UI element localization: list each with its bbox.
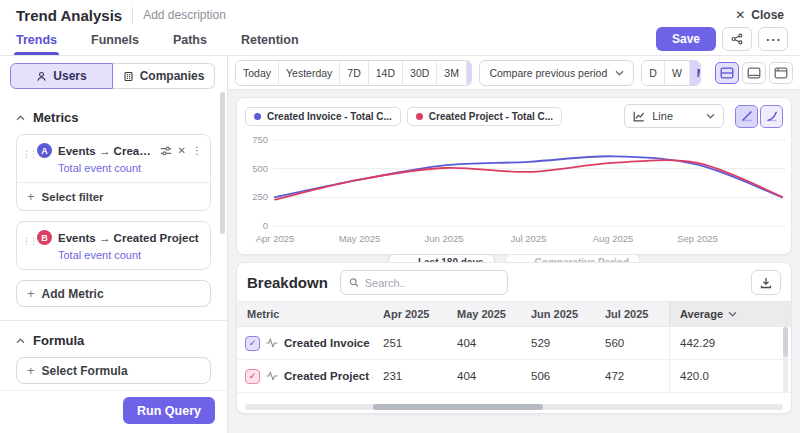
svg-text:Apr 2025: Apr 2025 bbox=[256, 233, 295, 244]
range-6m[interactable]: 6M bbox=[467, 61, 472, 85]
scrollbar-thumb[interactable] bbox=[783, 327, 788, 357]
top-header: Trend Analysis Add description ✕ Close bbox=[0, 0, 800, 30]
svg-text:Aug 2025: Aug 2025 bbox=[593, 233, 634, 244]
table-horizontal-scrollbar[interactable] bbox=[245, 404, 783, 410]
save-button[interactable]: Save bbox=[656, 27, 716, 51]
series-a-dot bbox=[254, 113, 261, 120]
layout-top-icon bbox=[774, 67, 788, 79]
range-3m[interactable]: 3M bbox=[437, 61, 467, 85]
run-query-button[interactable]: Run Query bbox=[123, 397, 215, 424]
more-options-button[interactable]: ⋯ bbox=[758, 27, 788, 51]
range-7d[interactable]: 7D bbox=[340, 61, 368, 85]
granularity-month[interactable]: M bbox=[690, 61, 701, 85]
chevron-up-icon bbox=[16, 338, 25, 344]
range-14d[interactable]: 14D bbox=[369, 61, 403, 85]
plus-icon: + bbox=[27, 363, 35, 378]
granularity-day[interactable]: D bbox=[642, 61, 665, 85]
layout-table-button[interactable] bbox=[769, 62, 793, 84]
cell-value: 472 bbox=[595, 370, 669, 382]
tab-paths[interactable]: Paths bbox=[173, 33, 207, 55]
chevron-down-icon bbox=[615, 70, 624, 76]
layout-split-button[interactable] bbox=[715, 62, 739, 84]
table-header-row: Metric Apr 2025 May 2025 Jun 2025 Jul 20… bbox=[237, 301, 791, 327]
range-30d[interactable]: 30D bbox=[403, 61, 437, 85]
metric-b-aggregation[interactable]: Total event count bbox=[58, 249, 210, 261]
linear-mode-button[interactable] bbox=[735, 105, 758, 128]
breakdown-table: Metric Apr 2025 May 2025 Jun 2025 Jul 20… bbox=[237, 301, 791, 393]
scrollbar-thumb[interactable] bbox=[373, 404, 543, 410]
scope-users-button[interactable]: Users bbox=[10, 63, 113, 89]
search-input[interactable] bbox=[365, 277, 499, 289]
search-icon bbox=[349, 277, 359, 288]
tab-funnels[interactable]: Funnels bbox=[91, 33, 139, 55]
breakdown-title: Breakdown bbox=[247, 274, 328, 291]
add-description[interactable]: Add description bbox=[143, 8, 226, 22]
cumulative-mode-button[interactable] bbox=[760, 105, 783, 128]
table-row[interactable]: ✓ Created Invoice - Total Count 251 404 … bbox=[237, 327, 791, 360]
col-jul[interactable]: Jul 2025 bbox=[595, 308, 669, 320]
svg-text:Sep 2025: Sep 2025 bbox=[677, 233, 718, 244]
range-today[interactable]: Today bbox=[236, 61, 279, 85]
body-row: Users Companies Metrics ⋮⋮ A Event bbox=[0, 56, 800, 433]
select-formula-button[interactable]: + Select Formula bbox=[16, 357, 211, 384]
share-icon bbox=[731, 33, 743, 45]
sidebar-scrollbar[interactable] bbox=[220, 92, 225, 234]
sidebar-footer: Run Query bbox=[0, 390, 227, 433]
share-button[interactable] bbox=[722, 27, 752, 51]
metric-a-label[interactable]: Events → Created Invoice bbox=[58, 145, 154, 157]
legend-chip-invoice[interactable]: Created Invoice - Total C... bbox=[245, 107, 401, 126]
cell-value: 529 bbox=[521, 337, 595, 349]
metric-a-actions: ✕ ⋮ bbox=[160, 145, 202, 156]
row-checkbox[interactable]: ✓ bbox=[245, 369, 260, 384]
close-button[interactable]: ✕ Close bbox=[735, 8, 784, 22]
metric-b-badge: B bbox=[37, 230, 52, 245]
tab-trends[interactable]: Trends bbox=[16, 33, 57, 55]
section-metrics[interactable]: Metrics bbox=[16, 110, 211, 125]
table-vertical-scrollbar[interactable] bbox=[783, 327, 788, 393]
drag-handle-icon[interactable]: ⋮⋮ bbox=[22, 238, 36, 245]
layout-chart-button[interactable] bbox=[742, 62, 766, 84]
metric-b-label[interactable]: Events → Created Project bbox=[58, 232, 202, 244]
chart-type-dropdown[interactable]: Line bbox=[624, 104, 724, 128]
date-toolbar: Today Yesterday 7D 14D 30D 3M 6M Compare… bbox=[228, 56, 800, 90]
chart-card: Created Invoice - Total C... Created Pro… bbox=[236, 97, 792, 255]
metric-card-b: ⋮⋮ B Events → Created Project Total even… bbox=[16, 221, 211, 270]
download-button[interactable] bbox=[751, 270, 781, 295]
plus-icon: + bbox=[27, 286, 35, 301]
granularity-week[interactable]: W bbox=[665, 61, 690, 85]
metric-a-row[interactable]: A Events → Created Invoice ✕ ⋮ bbox=[17, 135, 210, 160]
add-metric-button[interactable]: + Add Metric bbox=[16, 280, 211, 307]
metric-a-select-filter[interactable]: + Select filter bbox=[17, 182, 210, 210]
remove-metric-icon[interactable]: ✕ bbox=[178, 145, 186, 156]
row-checkbox[interactable]: ✓ bbox=[245, 336, 260, 351]
chart-header: Created Invoice - Total C... Created Pro… bbox=[245, 104, 783, 128]
legend-chip-project[interactable]: Created Project - Total C... bbox=[407, 107, 562, 126]
breakdown-search[interactable] bbox=[340, 270, 508, 295]
svg-text:0: 0 bbox=[263, 220, 268, 231]
chevron-up-icon bbox=[16, 115, 25, 121]
col-jun[interactable]: Jun 2025 bbox=[521, 308, 595, 320]
range-yesterday[interactable]: Yesterday bbox=[279, 61, 340, 85]
svg-text:500: 500 bbox=[252, 163, 268, 174]
drag-handle-icon[interactable]: ⋮⋮ bbox=[22, 151, 36, 158]
col-may[interactable]: May 2025 bbox=[447, 308, 521, 320]
trend-chart-svg[interactable]: 0250500750Apr 2025May 2025Jun 2025Jul 20… bbox=[245, 128, 788, 250]
col-average[interactable]: Average bbox=[669, 302, 791, 326]
sort-chevron-icon bbox=[728, 311, 737, 317]
sliders-icon[interactable] bbox=[160, 146, 172, 156]
cell-value: 251 bbox=[373, 337, 447, 349]
col-metric[interactable]: Metric bbox=[237, 308, 373, 320]
metric-a-aggregation[interactable]: Total event count bbox=[58, 162, 210, 174]
query-sidebar: Users Companies Metrics ⋮⋮ A Event bbox=[0, 56, 228, 433]
table-row[interactable]: ✓ Created Project - Total Count 231 404 … bbox=[237, 360, 791, 393]
tab-retention[interactable]: Retention bbox=[241, 33, 299, 55]
compare-dropdown[interactable]: Compare previous period bbox=[479, 60, 634, 86]
building-icon bbox=[123, 71, 134, 82]
section-formula[interactable]: Formula bbox=[16, 333, 211, 348]
col-apr[interactable]: Apr 2025 bbox=[373, 308, 447, 320]
cell-average: 442.29 bbox=[669, 327, 791, 359]
kebab-menu-icon[interactable]: ⋮ bbox=[192, 145, 202, 156]
scope-companies-button[interactable]: Companies bbox=[113, 63, 215, 89]
breakdown-header: Breakdown bbox=[237, 263, 791, 301]
metric-b-row[interactable]: B Events → Created Project bbox=[17, 222, 210, 247]
